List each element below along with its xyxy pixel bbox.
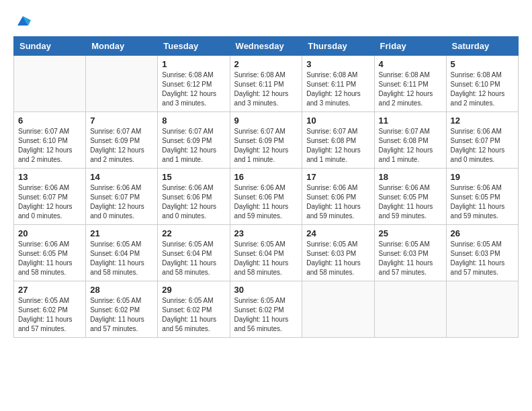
day-number: 10 bbox=[306, 116, 369, 126]
calendar-day-cell: 5Sunrise: 6:08 AM Sunset: 6:10 PM Daylig… bbox=[446, 56, 518, 112]
day-info: Sunrise: 6:06 AM Sunset: 6:07 PM Dayligh… bbox=[18, 183, 81, 221]
calendar-day-cell: 14Sunrise: 6:06 AM Sunset: 6:07 PM Dayli… bbox=[86, 169, 158, 225]
day-number: 2 bbox=[234, 59, 298, 69]
day-info: Sunrise: 6:05 AM Sunset: 6:02 PM Dayligh… bbox=[90, 296, 153, 334]
calendar-day-cell: 3Sunrise: 6:08 AM Sunset: 6:11 PM Daylig… bbox=[302, 56, 374, 112]
day-number: 17 bbox=[306, 172, 369, 182]
calendar-day-cell: 25Sunrise: 6:05 AM Sunset: 6:03 PM Dayli… bbox=[374, 225, 446, 281]
calendar-week-row: 13Sunrise: 6:06 AM Sunset: 6:07 PM Dayli… bbox=[14, 169, 519, 225]
calendar-day-cell: 7Sunrise: 6:07 AM Sunset: 6:09 PM Daylig… bbox=[86, 112, 158, 169]
day-number: 16 bbox=[234, 172, 298, 182]
day-number: 28 bbox=[90, 285, 153, 295]
day-info: Sunrise: 6:05 AM Sunset: 6:03 PM Dayligh… bbox=[451, 240, 514, 277]
day-number: 9 bbox=[234, 116, 298, 126]
day-info: Sunrise: 6:08 AM Sunset: 6:10 PM Dayligh… bbox=[451, 71, 514, 108]
day-number: 20 bbox=[18, 228, 81, 238]
calendar-table: SundayMondayTuesdayWednesdayThursdayFrid… bbox=[13, 36, 519, 338]
day-info: Sunrise: 6:05 AM Sunset: 6:02 PM Dayligh… bbox=[18, 296, 81, 334]
calendar-day-cell: 1Sunrise: 6:08 AM Sunset: 6:12 PM Daylig… bbox=[158, 56, 230, 112]
day-info: Sunrise: 6:06 AM Sunset: 6:06 PM Dayligh… bbox=[306, 183, 369, 221]
day-number: 26 bbox=[451, 228, 514, 238]
weekday-header: Sunday bbox=[14, 37, 86, 56]
calendar-day-cell: 24Sunrise: 6:05 AM Sunset: 6:03 PM Dayli… bbox=[302, 225, 374, 281]
calendar-day-cell: 17Sunrise: 6:06 AM Sunset: 6:06 PM Dayli… bbox=[302, 169, 374, 225]
calendar-week-row: 1Sunrise: 6:08 AM Sunset: 6:12 PM Daylig… bbox=[14, 56, 519, 112]
calendar-day-cell: 4Sunrise: 6:08 AM Sunset: 6:11 PM Daylig… bbox=[374, 56, 446, 112]
day-number: 30 bbox=[234, 285, 298, 295]
day-info: Sunrise: 6:06 AM Sunset: 6:06 PM Dayligh… bbox=[234, 183, 298, 221]
day-info: Sunrise: 6:06 AM Sunset: 6:05 PM Dayligh… bbox=[451, 183, 514, 221]
day-number: 15 bbox=[162, 172, 225, 182]
day-info: Sunrise: 6:08 AM Sunset: 6:11 PM Dayligh… bbox=[234, 71, 298, 108]
day-number: 21 bbox=[90, 228, 153, 238]
day-info: Sunrise: 6:07 AM Sunset: 6:08 PM Dayligh… bbox=[306, 127, 369, 165]
weekday-header: Tuesday bbox=[158, 37, 230, 56]
day-info: Sunrise: 6:05 AM Sunset: 6:04 PM Dayligh… bbox=[234, 240, 298, 277]
day-number: 11 bbox=[379, 116, 442, 126]
calendar-week-row: 20Sunrise: 6:06 AM Sunset: 6:05 PM Dayli… bbox=[14, 225, 519, 281]
calendar-day-cell: 30Sunrise: 6:05 AM Sunset: 6:02 PM Dayli… bbox=[230, 281, 302, 338]
calendar-day-cell bbox=[446, 281, 518, 338]
weekday-header: Friday bbox=[374, 37, 446, 56]
weekday-header: Wednesday bbox=[230, 37, 302, 56]
calendar-day-cell: 15Sunrise: 6:06 AM Sunset: 6:06 PM Dayli… bbox=[158, 169, 230, 225]
calendar-day-cell: 13Sunrise: 6:06 AM Sunset: 6:07 PM Dayli… bbox=[14, 169, 86, 225]
day-info: Sunrise: 6:07 AM Sunset: 6:09 PM Dayligh… bbox=[162, 127, 225, 165]
day-info: Sunrise: 6:05 AM Sunset: 6:04 PM Dayligh… bbox=[162, 240, 225, 277]
calendar-day-cell: 2Sunrise: 6:08 AM Sunset: 6:11 PM Daylig… bbox=[230, 56, 302, 112]
day-info: Sunrise: 6:05 AM Sunset: 6:03 PM Dayligh… bbox=[306, 240, 369, 277]
day-info: Sunrise: 6:08 AM Sunset: 6:12 PM Dayligh… bbox=[162, 71, 225, 108]
calendar-day-cell: 22Sunrise: 6:05 AM Sunset: 6:04 PM Dayli… bbox=[158, 225, 230, 281]
day-number: 13 bbox=[18, 172, 81, 182]
day-number: 7 bbox=[90, 116, 153, 126]
calendar-day-cell: 8Sunrise: 6:07 AM Sunset: 6:09 PM Daylig… bbox=[158, 112, 230, 169]
calendar-day-cell bbox=[14, 56, 86, 112]
day-number: 1 bbox=[162, 59, 225, 69]
day-info: Sunrise: 6:06 AM Sunset: 6:05 PM Dayligh… bbox=[18, 240, 81, 277]
day-info: Sunrise: 6:06 AM Sunset: 6:07 PM Dayligh… bbox=[90, 183, 153, 221]
day-number: 24 bbox=[306, 228, 369, 238]
day-info: Sunrise: 6:05 AM Sunset: 6:04 PM Dayligh… bbox=[90, 240, 153, 277]
logo bbox=[13, 13, 31, 30]
calendar-day-cell: 10Sunrise: 6:07 AM Sunset: 6:08 PM Dayli… bbox=[302, 112, 374, 169]
day-info: Sunrise: 6:07 AM Sunset: 6:09 PM Dayligh… bbox=[234, 127, 298, 165]
day-number: 23 bbox=[234, 228, 298, 238]
calendar-day-cell: 23Sunrise: 6:05 AM Sunset: 6:04 PM Dayli… bbox=[230, 225, 302, 281]
day-info: Sunrise: 6:07 AM Sunset: 6:09 PM Dayligh… bbox=[90, 127, 153, 165]
calendar-day-cell bbox=[302, 281, 374, 338]
day-info: Sunrise: 6:06 AM Sunset: 6:06 PM Dayligh… bbox=[162, 183, 225, 221]
logo-icon bbox=[15, 13, 31, 30]
day-info: Sunrise: 6:05 AM Sunset: 6:02 PM Dayligh… bbox=[162, 296, 225, 334]
calendar-day-cell: 29Sunrise: 6:05 AM Sunset: 6:02 PM Dayli… bbox=[158, 281, 230, 338]
day-info: Sunrise: 6:08 AM Sunset: 6:11 PM Dayligh… bbox=[306, 71, 369, 108]
day-number: 19 bbox=[451, 172, 514, 182]
calendar-week-row: 6Sunrise: 6:07 AM Sunset: 6:10 PM Daylig… bbox=[14, 112, 519, 169]
day-number: 18 bbox=[379, 172, 442, 182]
day-number: 25 bbox=[379, 228, 442, 238]
day-info: Sunrise: 6:07 AM Sunset: 6:08 PM Dayligh… bbox=[379, 127, 442, 165]
calendar-day-cell: 27Sunrise: 6:05 AM Sunset: 6:02 PM Dayli… bbox=[14, 281, 86, 338]
calendar-day-cell: 28Sunrise: 6:05 AM Sunset: 6:02 PM Dayli… bbox=[86, 281, 158, 338]
calendar-day-cell: 18Sunrise: 6:06 AM Sunset: 6:05 PM Dayli… bbox=[374, 169, 446, 225]
day-number: 22 bbox=[162, 228, 225, 238]
day-number: 14 bbox=[90, 172, 153, 182]
page-header bbox=[13, 13, 519, 30]
calendar-header-row: SundayMondayTuesdayWednesdayThursdayFrid… bbox=[14, 37, 519, 56]
day-number: 4 bbox=[379, 59, 442, 69]
day-info: Sunrise: 6:08 AM Sunset: 6:11 PM Dayligh… bbox=[379, 71, 442, 108]
calendar-day-cell: 16Sunrise: 6:06 AM Sunset: 6:06 PM Dayli… bbox=[230, 169, 302, 225]
day-number: 12 bbox=[451, 116, 514, 126]
day-info: Sunrise: 6:05 AM Sunset: 6:03 PM Dayligh… bbox=[379, 240, 442, 277]
calendar-week-row: 27Sunrise: 6:05 AM Sunset: 6:02 PM Dayli… bbox=[14, 281, 519, 338]
calendar-day-cell: 11Sunrise: 6:07 AM Sunset: 6:08 PM Dayli… bbox=[374, 112, 446, 169]
calendar-day-cell: 19Sunrise: 6:06 AM Sunset: 6:05 PM Dayli… bbox=[446, 169, 518, 225]
day-info: Sunrise: 6:06 AM Sunset: 6:05 PM Dayligh… bbox=[379, 183, 442, 221]
calendar-day-cell: 6Sunrise: 6:07 AM Sunset: 6:10 PM Daylig… bbox=[14, 112, 86, 169]
calendar-day-cell: 26Sunrise: 6:05 AM Sunset: 6:03 PM Dayli… bbox=[446, 225, 518, 281]
day-number: 27 bbox=[18, 285, 81, 295]
calendar-day-cell: 21Sunrise: 6:05 AM Sunset: 6:04 PM Dayli… bbox=[86, 225, 158, 281]
day-info: Sunrise: 6:05 AM Sunset: 6:02 PM Dayligh… bbox=[234, 296, 298, 334]
calendar-day-cell bbox=[86, 56, 158, 112]
day-info: Sunrise: 6:07 AM Sunset: 6:10 PM Dayligh… bbox=[18, 127, 81, 165]
day-number: 6 bbox=[18, 116, 81, 126]
